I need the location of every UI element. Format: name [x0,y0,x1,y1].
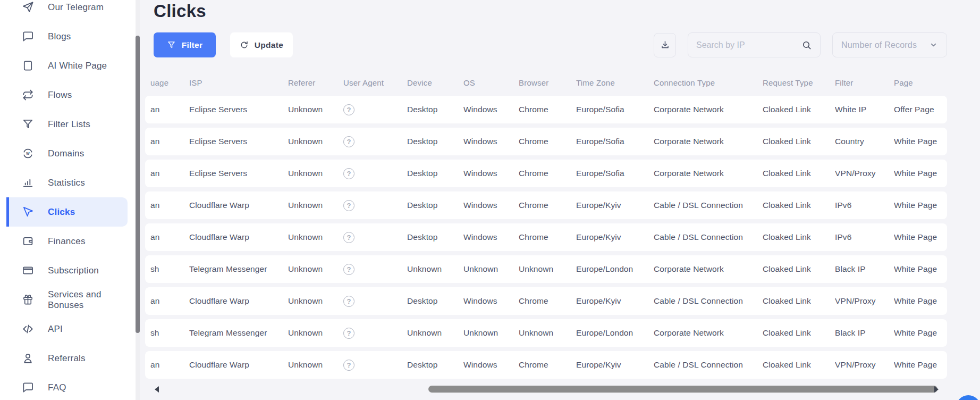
cell-os: Windows [463,232,519,242]
cell-language: an [150,137,189,146]
question-circle-icon[interactable]: ? [343,200,354,211]
cell-device: Desktop [407,105,463,114]
search-icon[interactable] [801,40,812,51]
question-circle-icon[interactable]: ? [343,136,354,147]
sidebar-item-flows[interactable]: Flows [0,80,140,110]
cell-referer: Unknown [288,201,343,210]
cell-request-type: Cloaked Link [763,264,835,274]
sidebar-item-statistics[interactable]: Statistics [0,168,140,197]
cell-isp: Telegram Messenger [189,264,288,274]
records-dropdown[interactable]: Number of Records [832,32,947,57]
table-row[interactable]: anCloudflare WarpUnknown?DesktopWindowsC… [145,191,947,219]
sidebar-item-blogs[interactable]: Blogs [0,22,140,51]
app-window: Our Telegram Blogs AI White Page Flows F… [0,0,980,400]
table-body: anEclipse ServersUnknown?DesktopWindowsC… [145,96,947,379]
cell-referer: Unknown [288,264,343,274]
update-button-label: Update [255,40,283,50]
sidebar-item-ai-white-page[interactable]: AI White Page [0,51,140,80]
sidebar-item-label: API [48,324,63,335]
funnel-icon [167,40,176,49]
code-icon [22,323,34,335]
search-input[interactable] [696,40,796,50]
column-header: Browser [519,78,576,87]
table-row[interactable]: anCloudflare WarpUnknown?DesktopWindowsC… [145,223,947,251]
question-circle-icon[interactable]: ? [343,232,354,243]
scroll-right-arrow-icon[interactable] [934,386,939,393]
cell-os: Windows [463,201,519,210]
question-circle-icon[interactable]: ? [343,296,354,307]
sidebar-item-label: Clicks [48,207,75,218]
sidebar-item-referrals[interactable]: Referrals [0,344,140,373]
cell-request-type: Cloaked Link [763,201,835,210]
sidebar-item-label: FAQ [48,382,66,393]
cell-referer: Unknown [288,169,343,178]
cell-connection-type: Corporate Network [654,137,763,146]
filter-button[interactable]: Filter [154,32,216,57]
cell-filter: Black IP [835,264,894,274]
table-row[interactable]: shTelegram MessengerUnknown?UnknownUnkno… [145,255,947,283]
cell-browser: Chrome [519,105,576,114]
question-circle-icon[interactable]: ? [343,264,354,275]
page-icon [22,60,34,72]
sidebar-item-label: Subscription [48,265,99,276]
cell-user-agent-icon: ? [343,264,407,275]
cell-os: Windows [463,137,519,146]
chevron-down-icon [929,40,938,49]
scroll-left-arrow-icon[interactable] [155,386,159,393]
cell-time-zone: Europe/Sofia [576,137,654,146]
table-row[interactable]: anEclipse ServersUnknown?DesktopWindowsC… [145,128,947,155]
table-row[interactable]: anCloudflare WarpUnknown?DesktopWindowsC… [145,351,947,379]
column-header: Device [407,78,463,87]
cell-language: an [150,232,189,242]
table-row[interactable]: anEclipse ServersUnknown?DesktopWindowsC… [145,96,947,123]
cell-isp: Eclipse Servers [189,105,288,114]
sidebar-item-filter-lists[interactable]: Filter Lists [0,110,140,139]
cell-language: sh [150,328,189,338]
sidebar-item-finances[interactable]: Finances [0,227,140,256]
table-row[interactable]: anCloudflare WarpUnknown?DesktopWindowsC… [145,287,947,315]
download-button[interactable] [654,33,676,57]
sidebar-item-label: Services and Bonuses [48,289,140,311]
table-row[interactable]: anEclipse ServersUnknown?DesktopWindowsC… [145,160,947,187]
table-header-row: uageISPRefererUser AgentDeviceOSBrowserT… [145,73,947,91]
cell-connection-type: Cable / DSL Connection [654,296,763,306]
cell-os: Windows [463,360,519,370]
column-header: Request Type [763,78,835,87]
sidebar-item-subscription[interactable]: Subscription [0,256,140,285]
question-circle-icon[interactable]: ? [343,328,354,339]
sidebar-item-faq[interactable]: FAQ [0,373,140,400]
question-circle-icon[interactable]: ? [343,168,354,179]
cell-filter: Black IP [835,328,894,338]
question-circle-icon[interactable]: ? [343,360,354,371]
horizontal-scrollbar-thumb[interactable] [428,386,937,393]
download-icon [660,40,670,50]
cell-user-agent-icon: ? [343,136,407,147]
sidebar-item-clicks[interactable]: Clicks [6,197,128,227]
cell-language: an [150,201,189,210]
sidebar-item-services-and-bonuses[interactable]: Services and Bonuses [0,285,140,314]
telegram-icon [22,1,34,13]
cell-referer: Unknown [288,232,343,242]
cell-request-type: Cloaked Link [763,360,835,370]
cell-request-type: Cloaked Link [763,137,835,146]
sidebar-item-our-telegram[interactable]: Our Telegram [0,0,140,22]
sidebar-scrollbar-thumb[interactable] [136,36,140,333]
cell-browser: Chrome [519,137,576,146]
cell-time-zone: Europe/Kyiv [576,201,654,210]
cell-device: Desktop [407,169,463,178]
cell-device: Desktop [407,296,463,306]
cell-referer: Unknown [288,328,343,338]
sidebar-item-api[interactable]: API [0,314,140,344]
cell-request-type: Cloaked Link [763,232,835,242]
column-header: Time Zone [576,78,654,87]
cell-os: Windows [463,169,519,178]
cell-filter: Country [835,137,894,146]
cell-connection-type: Corporate Network [654,328,763,338]
sidebar-scrollbar-track[interactable] [136,0,140,400]
gift-icon [22,294,34,306]
sidebar-item-domains[interactable]: w Domains [0,139,140,168]
table-row[interactable]: shTelegram MessengerUnknown?UnknownUnkno… [145,319,947,347]
update-button[interactable]: Update [230,32,293,57]
column-header: User Agent [343,78,407,87]
question-circle-icon[interactable]: ? [343,104,354,115]
